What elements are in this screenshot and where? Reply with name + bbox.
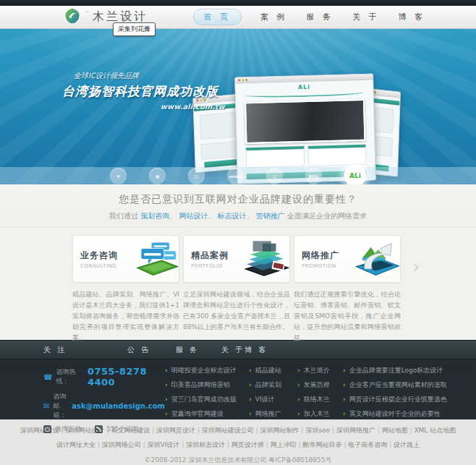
copyright-notice: ©2008-2012 深圳木兰信息技术有限公司 粤ICP备08018855号 [0,456,476,465]
footer-blog-link[interactable]: ›网页设计应根据企业行业慎重选色 [343,395,447,404]
portfolio-layers-illustration-icon [229,237,289,281]
footer-notice-link[interactable]: ›贺鑫鸿华官网建设 [165,409,249,419]
chevron-bullet-icon: › [249,367,252,374]
chevron-bullet-icon: › [165,396,168,403]
seo-link[interactable]: 深圳网站建设公司 [202,427,260,434]
client-logo[interactable]: ◫ [188,168,205,184]
card-consulting[interactable]: 业务咨询 CONSULTING [72,235,179,283]
seo-link[interactable]: 电子商务咨询 [348,441,394,448]
footer-column-title: 博 客 [245,345,268,355]
footer-blog-link[interactable]: ›企业品牌需要注重Logo标志设计 [343,366,447,375]
seo-link[interactable]: 网页设计师 [231,441,271,448]
card-title: 业务咨询 [80,249,118,262]
seo-link[interactable]: XML 站点地图 [414,427,456,434]
chevron-bullet-icon: › [297,396,300,403]
carousel-next-button[interactable]: › [412,258,420,276]
bottom-links-area: 深圳网站建设深圳网站设计英文网站建设深圳网页设计深圳网站建设公司深圳网站制作深圳… [0,419,476,465]
footer-blog-link[interactable]: ›企业客户应当重视网站素材的选取 [343,380,447,390]
weibo-icon[interactable] [43,425,51,433]
footer-service-link[interactable]: ›品牌策划 [249,380,297,390]
seo-link[interactable]: 深圳网站制作 [260,427,306,434]
footer-blog-link[interactable]: ›英文网站建设对于企业的必要性 [343,409,447,419]
chevron-bullet-icon: › [165,367,168,374]
hotline-label: 咨询热线： [56,367,83,386]
seo-link[interactable]: 英文网站建设 [111,427,156,434]
client-logos-band: ❖▦◫anmo◎BIGIALi [0,167,476,184]
mockup-hero-image [245,99,365,144]
banner-text-block: 全球IC设计领先品牌 台湾扬智科技官网成功改版 www.ali.com.tw [62,71,225,111]
seo-link[interactable]: 深圳VI设计 [148,441,187,448]
footer-service-link[interactable]: ›精品建站 [249,366,297,375]
client-logo[interactable]: ▦ [149,168,166,184]
chevron-bullet-icon: › [343,381,346,388]
nav-item[interactable]: 博 客 [399,12,426,22]
hotline-number[interactable]: 0755-8278 4400 [88,366,165,388]
chevron-bullet-icon: › [297,410,300,417]
seo-link[interactable]: 深圳网站设计 [66,427,111,434]
collect-badge[interactable]: 采集到花瓣 [113,22,156,36]
seo-links-row-2: 设计网址大全深圳网络公司深圳VI设计深圳标志设计网页设计师网上冲印酷帝网站目录电… [0,440,476,450]
nav-item[interactable]: 关 于 [352,12,380,22]
dark-footer: 关 注公 告服 务关 于博 客 ☎ 咨询热线： 0755-8278 4400 ✉… [0,340,476,419]
seo-link[interactable]: 深圳网络公司 [102,441,148,448]
promotion-arrow-illustration-icon [339,237,400,281]
footer-column-title: 服 务 [176,345,221,355]
mockup-content-boxes [246,145,367,168]
card-subtitle: PORTFOLIO [191,263,229,269]
client-logo[interactable]: BIGI [305,168,322,184]
intro-service-link[interactable]: 标志设计 [218,212,256,220]
client-logo[interactable]: ALi [344,165,366,184]
card-portfolio[interactable]: 精品案例 PORTFOLIO [183,235,290,283]
seo-link[interactable]: 深圳网页设计 [156,427,202,434]
footer-about-link[interactable]: ›发展历程 [297,380,343,390]
seo-links-row-1: 深圳网站建设深圳网站设计英文网站建设深圳网页设计深圳网站建设公司深圳网站制作深圳… [0,426,476,435]
footer-service-link[interactable]: ›网络推广 [249,409,297,419]
banner-url[interactable]: www.ali.com.tw [62,103,225,111]
seo-link[interactable]: 深圳标志设计 [186,441,231,448]
seo-link[interactable]: 网站地图 [382,427,415,434]
footer-about-link[interactable]: ›加入木兰 [297,409,343,419]
client-logo[interactable]: ◎ [266,168,283,184]
intro-section: 您是否已意识到互联网对企业品牌建设的重要性？ 我们通过 策划咨询网站设计标志设计… [0,184,476,228]
card-promotion[interactable]: 网络推广 PROMOTION [294,235,401,283]
chevron-bullet-icon: › [343,367,346,374]
rss-icon[interactable] [95,425,103,433]
seo-link[interactable]: 设计路上 [394,441,420,448]
client-logo[interactable]: anmo [227,168,244,184]
nav-item[interactable]: 服 务 [307,12,334,22]
seo-link[interactable]: 网上冲印 [271,441,303,448]
footer-about-link[interactable]: ›联络木兰 [297,395,343,404]
intro-lead-prefix: 我们通过 [109,212,140,220]
intro-service-link[interactable]: 营销推广 [256,212,285,220]
footer-column-title: 公 告 [127,345,176,355]
footer-about-link[interactable]: ›木兰简介 [297,366,343,375]
chevron-bullet-icon: › [165,381,168,388]
chevron-bullet-icon: › [297,381,300,388]
mail-icon: ✉ [43,402,49,410]
banner-title: 台湾扬智科技官网成功改版 [62,83,225,100]
client-logo[interactable]: ❖ [110,168,127,184]
footer-service-link[interactable]: ›VI设计 [249,395,297,404]
consulting-chat-illustration-icon [118,237,179,281]
intro-service-link[interactable]: 策划咨询 [140,212,179,220]
card-title: 精品案例 [191,249,229,262]
seo-link[interactable]: 深圳网络推广 [336,427,382,434]
footer-notice-link[interactable]: ›明曜投资企业标志设计 [165,366,249,375]
brand-leaf-logo-icon [64,7,81,27]
intro-service-links: 策划咨询网站设计标志设计营销推广 [140,212,285,220]
card-subtitle: PROMOTION [302,263,339,269]
banner-tagline: 全球IC设计领先品牌 [74,71,225,81]
footer-column-title: 关 于 [221,345,245,355]
nav-item[interactable]: 首 页 [193,9,242,25]
chevron-bullet-icon: › [165,410,168,417]
top-strip [0,0,476,6]
nav-item[interactable]: 案 例 [260,12,288,22]
seo-link[interactable]: 酷帝网站目录 [302,441,348,448]
footer-notice-link[interactable]: ›印美客品牌网络营销 [165,380,249,390]
seo-link[interactable]: 深圳seo [305,427,336,434]
card-title: 网络推广 [302,249,339,262]
footer-notice-link[interactable]: ›贺三门岛官网成功改版 [165,395,249,404]
seo-link[interactable]: 设计网址大全 [56,441,102,448]
intro-service-link[interactable]: 网站设计 [179,212,217,220]
email-address[interactable]: ask@mulandesign.com [72,402,165,410]
